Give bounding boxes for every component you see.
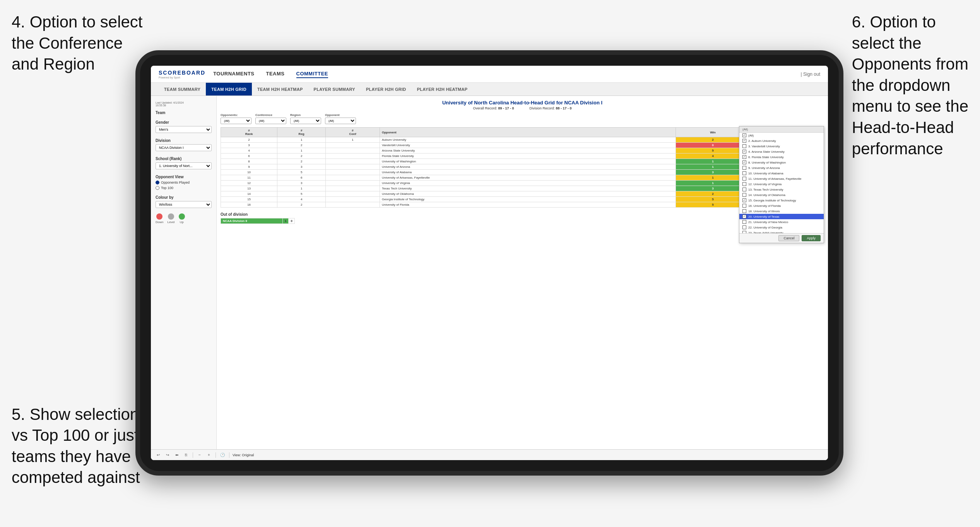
tab-team-h2h-heatmap[interactable]: TEAM H2H HEATMAP <box>252 83 308 96</box>
dropdown-item[interactable]: 11. University of Arkansas, Fayetteville <box>739 176 824 181</box>
dropdown-header: (All) <box>739 126 824 133</box>
minus-icon[interactable]: − <box>196 452 203 459</box>
cell-reg: 5 <box>277 170 326 175</box>
region-filter-select[interactable]: (All) <box>290 118 321 124</box>
plus-icon[interactable]: + <box>205 452 212 459</box>
nav-sign-out[interactable]: | Sign out <box>801 72 820 77</box>
opponents-filter: Opponents: (All) <box>221 113 251 124</box>
dropdown-item-label: 10. University of Alabama <box>748 172 783 175</box>
out-of-division-table: NCAA Division II 1 0 <box>221 218 295 224</box>
cell-reg: 2 <box>277 153 326 159</box>
division-select[interactable]: NCAA Division I <box>156 144 212 151</box>
back-icon[interactable]: ⬅ <box>173 452 180 459</box>
undo-icon[interactable]: ↩ <box>155 452 162 459</box>
cell-conf <box>326 164 380 170</box>
table-row: 12 3 University of Virginia 1 0 <box>221 181 824 186</box>
opponent-filter: Opponent (All) <box>325 113 356 124</box>
tab-player-h2h-grid[interactable]: PLAYER H2H GRID <box>361 83 412 96</box>
report-area: University of North Carolina Head-to-Hea… <box>217 96 828 449</box>
main-content: Last Updated: 4/1/2024 16:55:38 Team Gen… <box>151 96 828 449</box>
opponent-filter-select[interactable]: (All) <box>325 118 356 124</box>
radio-top-100[interactable]: Top 100 <box>156 186 212 190</box>
dropdown-item[interactable]: ✓(All) <box>739 133 824 138</box>
tab-player-h2h-heatmap[interactable]: PLAYER H2H HEATMAP <box>412 83 473 96</box>
dropdown-item[interactable]: ✓2. Auburn University <box>739 138 824 143</box>
nav-teams[interactable]: TEAMS <box>266 70 285 78</box>
dropdown-item[interactable]: ✓15. Georgia Institute of Technology <box>739 198 824 203</box>
cell-reg: 1 <box>277 148 326 153</box>
apply-button[interactable]: Apply <box>802 235 821 241</box>
conference-filter: Conference (All) <box>255 113 286 124</box>
dropdown-item[interactable]: 23. Texas A&M University <box>739 230 824 233</box>
opponents-filter-select[interactable]: (All) <box>221 118 251 124</box>
clock-icon[interactable]: 🕐 <box>219 452 226 459</box>
dropdown-checkbox <box>742 193 746 197</box>
dropdown-item[interactable]: 14. University of Oklahoma <box>739 192 824 198</box>
cell-opponent: University of Oklahoma <box>380 191 676 197</box>
table-row: 8 2 University of Washington 1 0 <box>221 159 824 164</box>
gender-select[interactable]: Men's <box>156 126 212 133</box>
opponent-dropdown[interactable]: (All)✓(All)✓2. Auburn University3. Vande… <box>739 126 824 243</box>
dropdown-item[interactable]: ✓8. University of Washington <box>739 160 824 165</box>
tablet-device: SCOREBOARD Powered by Sport TOURNAMENTS … <box>135 50 843 476</box>
cell-rank: 10 <box>221 170 277 175</box>
tab-team-h2h-grid[interactable]: TEAM H2H GRID <box>206 83 252 96</box>
radio-opponents-played[interactable]: Opponents Played <box>156 181 212 184</box>
colour-select[interactable]: Win/loss <box>156 201 212 208</box>
conference-filter-select[interactable]: (All) <box>255 118 286 124</box>
table-row: 3 2 Vanderbilt University 0 4 <box>221 143 824 148</box>
cell-opponent: University of Alabama <box>380 170 676 175</box>
redo-icon[interactable]: ↪ <box>164 452 171 459</box>
colour-down: Down <box>156 213 163 224</box>
dropdown-item[interactable]: 21. University of New Mexico <box>739 219 824 225</box>
toolbar-bottom: ↩ ↪ ⬅ ⎘ − + 🕐 View: Original <box>151 449 828 460</box>
cell-conf <box>326 170 380 175</box>
dropdown-item[interactable]: 16. University of Florida <box>739 203 824 208</box>
nav-tournaments[interactable]: TOURNAMENTS <box>213 70 254 78</box>
region-filter: Region (All) <box>290 113 321 124</box>
cell-reg: 1 <box>277 137 326 143</box>
cell-rank: 12 <box>221 181 277 186</box>
cell-opponent: University of Florida <box>380 202 676 208</box>
report-header: University of North Carolina Head-to-Hea… <box>221 100 824 110</box>
dropdown-checkbox: ✓ <box>742 139 746 143</box>
nav-committee[interactable]: COMMITTEE <box>296 70 328 78</box>
cell-rank: 14 <box>221 191 277 197</box>
school-select[interactable]: 1. University of Nort... <box>156 162 212 169</box>
cancel-button[interactable]: Cancel <box>778 235 799 241</box>
dropdown-item[interactable]: 3. Vanderbilt University <box>739 143 824 149</box>
dropdown-item[interactable]: 9. University of Arizona <box>739 165 824 171</box>
dropdown-item[interactable]: 22. University of Georgia <box>739 225 824 230</box>
dropdown-item[interactable]: ✓20. University of Texas <box>739 214 824 219</box>
col-opponent: Opponent <box>380 128 676 137</box>
cell-rank: 16 <box>221 202 277 208</box>
dropdown-item[interactable]: 18. University of Illinois <box>739 208 824 214</box>
cell-opponent: Vanderbilt University <box>380 143 676 148</box>
dropdown-item-label: 4. Arizona State University <box>748 150 785 153</box>
table-row: 15 4 Georgia Institute of Technology 5 1 <box>221 197 824 202</box>
dropdown-item[interactable]: 10. University of Alabama <box>739 171 824 176</box>
annotation-top-left: 4. Option to select the Conference and R… <box>12 12 143 75</box>
colour-label: Colour by <box>156 195 212 200</box>
division-section: Division NCAA Division I <box>156 138 212 151</box>
table-row: 10 5 University of Alabama 3 0 <box>221 170 824 175</box>
dropdown-buttons: Cancel Apply <box>739 233 824 243</box>
dropdown-item[interactable]: ✓6. Florida State University <box>739 154 824 160</box>
dropdown-item[interactable]: ✓4. Arizona State University <box>739 149 824 154</box>
team-section: Team <box>156 111 212 115</box>
dropdown-item[interactable]: 13. Texas Tech University <box>739 187 824 192</box>
col-conf: #Conf <box>326 128 380 137</box>
colour-level: Level <box>167 213 174 224</box>
cell-opponent: University of Arkansas, Fayetteville <box>380 175 676 181</box>
dropdown-checkbox <box>742 231 746 233</box>
tab-team-summary[interactable]: TEAM SUMMARY <box>159 83 206 96</box>
opponents-filter-label: Opponents: <box>221 113 251 117</box>
cell-reg: 2 <box>277 143 326 148</box>
cell-opponent: Texas Tech University <box>380 186 676 191</box>
dropdown-checkbox <box>742 204 746 208</box>
tab-player-summary[interactable]: PLAYER SUMMARY <box>308 83 361 96</box>
toolbar-sep2 <box>215 452 216 458</box>
copy-icon[interactable]: ⎘ <box>183 452 190 459</box>
dropdown-item[interactable]: 12. University of Virginia <box>739 181 824 187</box>
col-reg: #Reg <box>277 128 326 137</box>
